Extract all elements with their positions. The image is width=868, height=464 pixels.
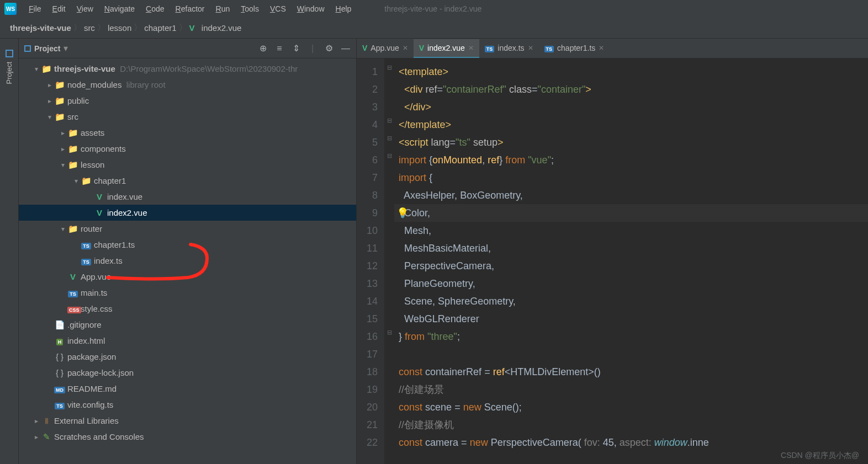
chevron-right-icon: 〉 (134, 23, 142, 33)
tree-arrow-icon[interactable]: ▸ (32, 433, 41, 441)
minimize-icon[interactable]: — (341, 44, 351, 54)
code-body[interactable]: <template> <div ref="containerRef" class… (394, 58, 868, 464)
folder-icon: 📁 (54, 80, 65, 90)
folder-icon: 📁 (67, 128, 78, 138)
watermark: CSDN @程序员小杰@ (781, 451, 859, 461)
tree-item-package-lock-json[interactable]: { }package-lock.json (19, 365, 356, 381)
tree-item-node-modules[interactable]: ▸📁node_modules library root (19, 77, 356, 93)
app-icon: WS (4, 3, 17, 15)
tree-arrow-icon[interactable]: ▾ (45, 113, 54, 121)
vue-icon: V (189, 23, 195, 33)
expand-all-icon[interactable]: ≡ (274, 44, 284, 54)
lib-icon: ⫴ (41, 416, 52, 426)
chevron-right-icon: 〉 (73, 23, 82, 33)
tree-arrow-icon[interactable]: ▸ (45, 97, 54, 105)
menu-bar: WS FileEditViewNavigateCodeRefactorRunTo… (0, 0, 868, 18)
tree-arrow-icon[interactable]: ▾ (59, 225, 67, 233)
ts-icon: TS (544, 44, 554, 52)
vue-icon: V (362, 44, 367, 52)
menu-vcs[interactable]: VCS (264, 4, 292, 13)
tree-item--gitignore[interactable]: 📄.gitignore (19, 317, 356, 333)
tree-arrow-icon[interactable]: ▸ (59, 129, 67, 137)
close-icon[interactable]: ✕ (468, 44, 474, 52)
close-icon[interactable]: ✕ (599, 44, 604, 52)
menu-code[interactable]: Code (140, 4, 170, 13)
breadcrumb-item[interactable]: threejs-vite-vue (10, 23, 71, 33)
project-icon (24, 45, 31, 52)
tab-app-vue[interactable]: VApp.vue✕ (357, 39, 414, 58)
ts-icon: TS (81, 256, 92, 265)
breadcrumb-item[interactable]: src (84, 23, 95, 33)
tree-item-public[interactable]: ▸📁public (19, 93, 356, 109)
menu-tools[interactable]: Tools (235, 4, 264, 13)
tree-item-main-ts[interactable]: TSmain.ts (19, 285, 356, 301)
tree-arrow-icon[interactable]: ▾ (59, 161, 67, 169)
tree-item-vite-config-ts[interactable]: TSvite.config.ts (19, 397, 356, 413)
tree-item-router[interactable]: ▾📁router (19, 221, 356, 237)
menu-view[interactable]: View (71, 4, 99, 13)
tab-chapter1-ts[interactable]: TSchapter1.ts✕ (539, 39, 610, 58)
vue-icon: V (419, 44, 424, 52)
menu-run[interactable]: Run (210, 4, 236, 13)
breadcrumb-item[interactable]: lesson (108, 23, 131, 33)
breadcrumb-item[interactable]: chapter1 (144, 23, 176, 33)
tree-item-index-html[interactable]: Hindex.html (19, 333, 356, 349)
gear-icon[interactable]: ⚙ (324, 44, 334, 54)
folder-icon: 📁 (54, 96, 65, 106)
menu-edit[interactable]: Edit (47, 4, 71, 13)
tab-index2-vue[interactable]: Vindex2.vue✕ (414, 39, 479, 58)
editor-tabs: VApp.vue✕Vindex2.vue✕TSindex.ts✕TSchapte… (357, 39, 868, 58)
line-gutter: 12345678910111213141516171819202122 (357, 58, 384, 464)
tree-arrow-icon[interactable]: ▸ (59, 145, 67, 153)
select-opened-icon[interactable]: ⊕ (258, 44, 268, 54)
tree-item-scratches-and-consoles[interactable]: ▸✎Scratches and Consoles (19, 429, 356, 445)
tree-arrow-icon[interactable]: ▾ (72, 177, 81, 185)
scratch-icon: ✎ (41, 432, 52, 442)
tree-item-style-css[interactable]: CSSstyle.css (19, 301, 356, 317)
chevron-right-icon: 〉 (97, 23, 105, 33)
tree-item-index2-vue[interactable]: Vindex2.vue (19, 205, 356, 221)
tree-item-src[interactable]: ▾📁src (19, 109, 356, 125)
tree-item-assets[interactable]: ▸📁assets (19, 125, 356, 141)
code-editor[interactable]: 12345678910111213141516171819202122 ⊟⊟⊟⊟… (357, 58, 868, 464)
project-panel: Project ▾ ⊕ ≡ ⇕ | ⚙ — ▾📁threejs-vite-vue… (19, 39, 357, 464)
tree-item-package-json[interactable]: { }package.json (19, 349, 356, 365)
tree-item-readme-md[interactable]: MDREADME.md (19, 381, 356, 397)
tab-index-ts[interactable]: TSindex.ts✕ (479, 39, 539, 58)
chevron-down-icon[interactable]: ▾ (63, 43, 68, 54)
menu-navigate[interactable]: Navigate (99, 4, 140, 13)
tree-item-index-ts[interactable]: TSindex.ts (19, 253, 356, 269)
bulb-icon[interactable]: 💡 (396, 204, 409, 222)
project-tool-label[interactable]: Project (5, 62, 13, 84)
folder-icon: 📁 (67, 224, 78, 234)
tree-arrow-icon[interactable]: ▾ (32, 65, 41, 73)
close-icon[interactable]: ✕ (528, 44, 533, 52)
chevron-right-icon: 〉 (179, 23, 187, 33)
project-tool-icon[interactable] (6, 50, 13, 57)
menu-refactor[interactable]: Refactor (170, 4, 210, 13)
tree-arrow-icon[interactable]: ▸ (32, 417, 41, 425)
breadcrumb-item[interactable]: V index2.vue (189, 23, 242, 33)
tree-item-lesson[interactable]: ▾📁lesson (19, 157, 356, 173)
vue-icon: V (67, 272, 78, 281)
tree-item-chapter1[interactable]: ▾📁chapter1 (19, 173, 356, 189)
tree-item-index-vue[interactable]: Vindex.vue (19, 189, 356, 205)
menu-window[interactable]: Window (292, 4, 330, 13)
tree-item-threejs-vite-vue[interactable]: ▾📁threejs-vite-vue D:\ProgramWorkSpace\W… (19, 61, 356, 77)
project-tree[interactable]: ▾📁threejs-vite-vue D:\ProgramWorkSpace\W… (19, 58, 356, 464)
tree-item-external-libraries[interactable]: ▸⫴External Libraries (19, 413, 356, 429)
tree-item-components[interactable]: ▸📁components (19, 141, 356, 157)
close-icon[interactable]: ✕ (403, 44, 408, 52)
fold-column[interactable]: ⊟⊟⊟⊟⊟ (384, 58, 394, 464)
ts-icon: TS (54, 400, 65, 409)
tree-item-chapter1-ts[interactable]: TSchapter1.ts (19, 237, 356, 253)
tree-arrow-icon[interactable]: ▸ (45, 81, 54, 89)
css-icon: CSS (67, 304, 78, 313)
md-icon: MD (54, 384, 65, 393)
tree-item-app-vue[interactable]: VApp.vue (19, 269, 356, 285)
editor-panel: VApp.vue✕Vindex2.vue✕TSindex.ts✕TSchapte… (357, 39, 868, 464)
folder-icon: 📁 (67, 160, 78, 170)
collapse-all-icon[interactable]: ⇕ (291, 44, 301, 54)
menu-file[interactable]: File (23, 4, 47, 13)
menu-help[interactable]: Help (330, 4, 357, 13)
